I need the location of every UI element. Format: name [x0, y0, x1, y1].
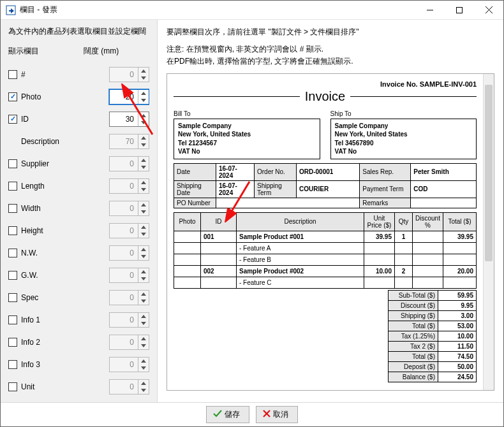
width-input[interactable]	[110, 112, 138, 126]
width-spinner[interactable]	[109, 67, 149, 82]
spin-down-icon[interactable]	[138, 75, 149, 82]
column-label: #	[21, 70, 109, 79]
column-row: Unit	[8, 376, 149, 398]
spin-up-icon[interactable]	[138, 291, 149, 298]
width-input[interactable]	[110, 380, 138, 394]
column-checkbox[interactable]	[8, 360, 17, 369]
invoice-title: Invoice	[305, 89, 345, 104]
scroll-thumb[interactable]	[485, 85, 493, 261]
spin-down-icon[interactable]	[138, 387, 149, 394]
spin-down-icon[interactable]	[138, 186, 149, 193]
width-spinner[interactable]	[109, 335, 149, 350]
total-row: Balance ($)24.50	[174, 372, 477, 382]
column-label: Width	[21, 204, 109, 213]
preview-panel: 要調整欄目次序，請前往選單 "製訂文件 > 文件欄目排序" 注意: 在預覽視窗內…	[158, 20, 503, 402]
spin-up-icon[interactable]	[138, 268, 149, 275]
width-spinner[interactable]	[109, 223, 149, 238]
invoice-number: Invoice No. SAMPLE-INV-001	[174, 80, 477, 88]
column-checkbox[interactable]	[8, 293, 17, 302]
header-width: 闊度 (mm)	[84, 46, 119, 57]
total-row: Tax 2 ($)11.50	[174, 341, 477, 351]
spin-down-icon[interactable]	[138, 97, 149, 104]
width-input[interactable]	[110, 90, 138, 104]
spin-up-icon[interactable]	[138, 134, 149, 141]
spin-up-icon[interactable]	[138, 358, 149, 365]
width-input[interactable]	[110, 201, 138, 215]
spin-down-icon[interactable]	[138, 298, 149, 305]
width-spinner[interactable]	[109, 201, 149, 216]
spin-down-icon[interactable]	[138, 365, 149, 372]
totals-table: Sub-Total ($)59.95Discount ($)9.95Shippi…	[174, 290, 477, 382]
width-spinner[interactable]	[109, 112, 149, 127]
spin-up-icon[interactable]	[138, 201, 149, 208]
column-checkbox[interactable]	[8, 204, 17, 213]
spin-up-icon[interactable]	[138, 313, 149, 320]
column-checkbox[interactable]	[8, 315, 17, 324]
spin-down-icon[interactable]	[138, 119, 149, 126]
column-checkbox[interactable]	[8, 182, 17, 191]
width-input[interactable]	[110, 335, 138, 349]
width-input[interactable]	[110, 268, 138, 282]
spin-up-icon[interactable]	[138, 112, 149, 119]
spin-down-icon[interactable]	[138, 231, 149, 238]
close-button[interactable]	[474, 1, 503, 20]
column-checkbox[interactable]	[8, 338, 17, 347]
width-spinner[interactable]	[109, 178, 149, 194]
spin-up-icon[interactable]	[138, 68, 149, 75]
item-row: - Feature C	[174, 277, 477, 288]
spin-down-icon[interactable]	[138, 208, 149, 215]
spin-down-icon[interactable]	[138, 164, 149, 171]
column-checkbox[interactable]	[8, 70, 17, 79]
preview-area: Invoice No. SAMPLE-INV-001 Invoice Bill …	[167, 73, 494, 391]
column-checkbox[interactable]	[8, 382, 17, 391]
width-spinner[interactable]	[109, 156, 149, 171]
spin-down-icon[interactable]	[138, 342, 149, 349]
width-input[interactable]	[110, 291, 138, 305]
spin-down-icon[interactable]	[138, 275, 149, 282]
column-checkbox[interactable]	[8, 115, 17, 124]
width-spinner[interactable]	[109, 134, 149, 149]
width-spinner[interactable]	[109, 290, 149, 305]
maximize-button[interactable]	[445, 1, 474, 20]
panel-instruction: 為文件內的產品列表選取欄目並設定欄闊	[8, 26, 149, 37]
width-input[interactable]	[110, 179, 138, 193]
width-spinner[interactable]	[109, 312, 149, 328]
width-input[interactable]	[110, 134, 138, 148]
width-input[interactable]	[110, 358, 138, 372]
width-spinner[interactable]	[109, 89, 149, 105]
column-checkbox[interactable]	[8, 271, 17, 280]
column-label: G.W.	[21, 271, 109, 280]
spin-down-icon[interactable]	[138, 253, 149, 260]
spin-up-icon[interactable]	[138, 224, 149, 231]
width-input[interactable]	[110, 157, 138, 171]
width-spinner[interactable]	[109, 245, 149, 261]
column-checkbox[interactable]	[8, 249, 17, 257]
preview-scrollbar[interactable]	[483, 74, 494, 390]
width-input[interactable]	[110, 68, 138, 82]
spin-up-icon[interactable]	[138, 157, 149, 164]
total-row: Tax (1.25%)10.00	[174, 331, 477, 341]
spin-down-icon[interactable]	[138, 141, 149, 148]
width-input[interactable]	[110, 313, 138, 327]
column-checkbox[interactable]	[8, 226, 17, 235]
spin-up-icon[interactable]	[138, 335, 149, 342]
spin-up-icon[interactable]	[138, 179, 149, 186]
minimize-button[interactable]	[415, 1, 445, 20]
cross-icon	[263, 410, 271, 419]
save-button[interactable]: 儲存	[206, 406, 249, 423]
column-checkbox[interactable]	[8, 159, 17, 168]
cancel-button[interactable]: 取消	[256, 406, 298, 423]
spin-up-icon[interactable]	[138, 90, 149, 97]
column-row: G.W.	[8, 264, 149, 287]
columns-list: #PhotoIDDescriptionSupplierLengthWidthHe…	[8, 63, 149, 398]
width-spinner[interactable]	[109, 268, 149, 283]
column-checkbox[interactable]	[8, 92, 17, 101]
width-input[interactable]	[110, 246, 138, 260]
spin-up-icon[interactable]	[138, 246, 149, 253]
width-spinner[interactable]	[109, 379, 149, 394]
column-row: Info 3	[8, 354, 149, 376]
width-spinner[interactable]	[109, 357, 149, 372]
spin-up-icon[interactable]	[138, 380, 149, 387]
width-input[interactable]	[110, 224, 138, 238]
spin-down-icon[interactable]	[138, 320, 149, 327]
